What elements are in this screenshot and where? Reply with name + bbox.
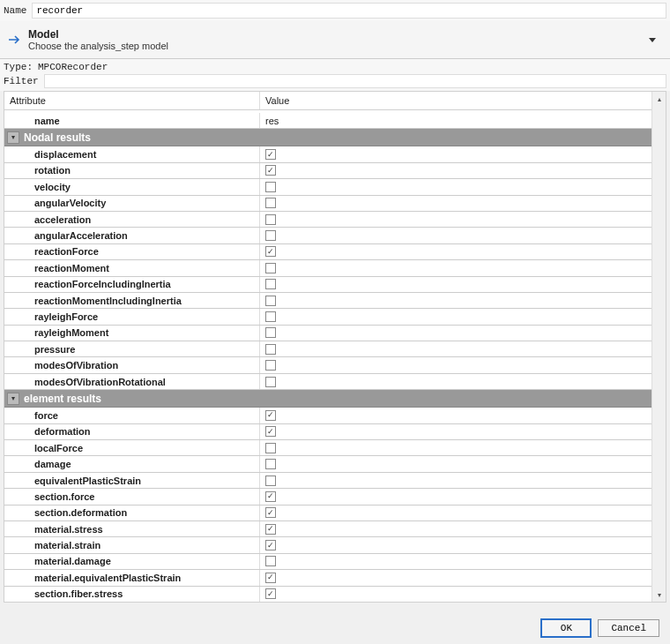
attr-label: reactionForceIncludingInertia bbox=[4, 277, 260, 292]
attr-value bbox=[260, 374, 651, 389]
table-row: rotation bbox=[4, 163, 651, 179]
ok-button[interactable]: OK bbox=[541, 619, 591, 637]
checkbox[interactable] bbox=[265, 426, 276, 437]
checkbox[interactable] bbox=[265, 360, 276, 371]
group-header[interactable]: ▾Nodal results bbox=[4, 129, 651, 146]
checkbox[interactable] bbox=[265, 149, 276, 160]
table-row: reactionForce bbox=[4, 244, 651, 260]
type-value: MPCORecorder bbox=[38, 62, 108, 72]
attr-value bbox=[260, 570, 651, 585]
attr-value bbox=[260, 196, 651, 211]
checkbox[interactable] bbox=[265, 524, 276, 535]
attr-value bbox=[260, 244, 651, 259]
attr-value bbox=[260, 537, 651, 552]
checkbox[interactable] bbox=[265, 491, 276, 502]
scroll-up-icon[interactable]: ▴ bbox=[652, 92, 666, 106]
checkbox[interactable] bbox=[265, 327, 276, 338]
model-title: Model bbox=[28, 28, 649, 41]
checkbox[interactable] bbox=[265, 377, 276, 387]
attr-label: deformation bbox=[4, 424, 260, 439]
attr-label: material.equivalentPlasticStrain bbox=[4, 570, 260, 585]
checkbox[interactable] bbox=[265, 198, 276, 208]
attr-value bbox=[260, 456, 651, 471]
attr-label: material.stress bbox=[4, 521, 260, 536]
checkbox[interactable] bbox=[265, 507, 276, 518]
table-row: section.fiber.stress bbox=[4, 587, 651, 602]
attr-value[interactable]: res bbox=[260, 113, 651, 128]
cancel-button[interactable]: Cancel bbox=[598, 619, 659, 637]
attr-label: rayleighMoment bbox=[4, 326, 260, 341]
table-row: displacement bbox=[4, 146, 651, 162]
checkbox[interactable] bbox=[265, 311, 276, 322]
attr-value bbox=[260, 309, 651, 324]
table-row: modesOfVibrationRotational bbox=[4, 374, 651, 390]
table-row: material.equivalentPlasticStrain bbox=[4, 570, 651, 586]
checkbox[interactable] bbox=[265, 165, 276, 176]
attr-label: section.force bbox=[4, 489, 260, 504]
column-header-attribute[interactable]: Attribute bbox=[4, 92, 260, 109]
attr-value bbox=[260, 408, 651, 423]
table-row: velocity bbox=[4, 179, 651, 195]
table-row: section.force bbox=[4, 489, 651, 505]
checkbox[interactable] bbox=[265, 214, 276, 225]
attr-value bbox=[260, 440, 651, 455]
attr-value bbox=[260, 505, 651, 520]
arrow-right-icon bbox=[7, 33, 23, 47]
scroll-down-icon[interactable]: ▾ bbox=[652, 588, 666, 602]
attr-label: section.deformation bbox=[4, 505, 260, 520]
checkbox[interactable] bbox=[265, 230, 276, 241]
expand-icon[interactable]: ▾ bbox=[7, 393, 19, 405]
column-header-value[interactable]: Value bbox=[260, 92, 666, 109]
chevron-down-icon bbox=[649, 38, 656, 42]
attr-value bbox=[260, 341, 651, 356]
attr-value bbox=[260, 212, 651, 227]
attr-label: velocity bbox=[4, 179, 260, 194]
table-row: rayleighMoment bbox=[4, 326, 651, 341]
checkbox[interactable] bbox=[265, 540, 276, 550]
checkbox[interactable] bbox=[265, 573, 276, 583]
checkbox[interactable] bbox=[265, 182, 276, 192]
attr-label: acceleration bbox=[4, 212, 260, 227]
attr-value bbox=[260, 146, 651, 161]
checkbox[interactable] bbox=[265, 246, 276, 257]
table-row: reactionMoment bbox=[4, 260, 651, 276]
attr-label: modesOfVibrationRotational bbox=[4, 374, 260, 389]
checkbox[interactable] bbox=[265, 443, 276, 453]
table-row: nameres bbox=[4, 113, 651, 129]
table-row: deformation bbox=[4, 424, 651, 440]
table-row: angularAcceleration bbox=[4, 228, 651, 243]
checkbox[interactable] bbox=[265, 344, 276, 355]
name-input[interactable] bbox=[32, 3, 666, 19]
attr-value bbox=[260, 424, 651, 439]
attr-value bbox=[260, 489, 651, 504]
attr-value bbox=[260, 357, 651, 372]
attr-value bbox=[260, 260, 651, 275]
checkbox[interactable] bbox=[265, 459, 276, 469]
expand-icon[interactable]: ▾ bbox=[7, 131, 19, 144]
attr-value bbox=[260, 587, 651, 602]
checkbox[interactable] bbox=[265, 296, 276, 306]
attr-label: angularVelocity bbox=[4, 196, 260, 211]
attr-label: displacement bbox=[4, 146, 260, 161]
checkbox[interactable] bbox=[265, 556, 276, 566]
checkbox[interactable] bbox=[265, 476, 276, 486]
type-label: Type: bbox=[4, 62, 33, 72]
attr-label: material.damage bbox=[4, 554, 260, 569]
checkbox[interactable] bbox=[265, 263, 276, 273]
table-row: material.strain bbox=[4, 537, 651, 553]
attr-label: rotation bbox=[4, 163, 260, 178]
scrollbar[interactable]: ▴ ▾ bbox=[651, 92, 666, 602]
attr-label: angularAcceleration bbox=[4, 228, 260, 243]
checkbox[interactable] bbox=[265, 588, 276, 599]
checkbox[interactable] bbox=[265, 410, 276, 421]
filter-input[interactable] bbox=[44, 74, 666, 88]
group-header[interactable]: ▾element results bbox=[4, 390, 651, 408]
model-selector[interactable]: Model Choose the analysis_step model bbox=[0, 21, 670, 59]
attr-value bbox=[260, 521, 651, 536]
attr-value bbox=[260, 326, 651, 341]
attr-value bbox=[260, 293, 651, 308]
attr-label: rayleighForce bbox=[4, 309, 260, 324]
attr-label: localForce bbox=[4, 440, 260, 455]
checkbox[interactable] bbox=[265, 279, 276, 289]
table-row: reactionForceIncludingInertia bbox=[4, 277, 651, 293]
